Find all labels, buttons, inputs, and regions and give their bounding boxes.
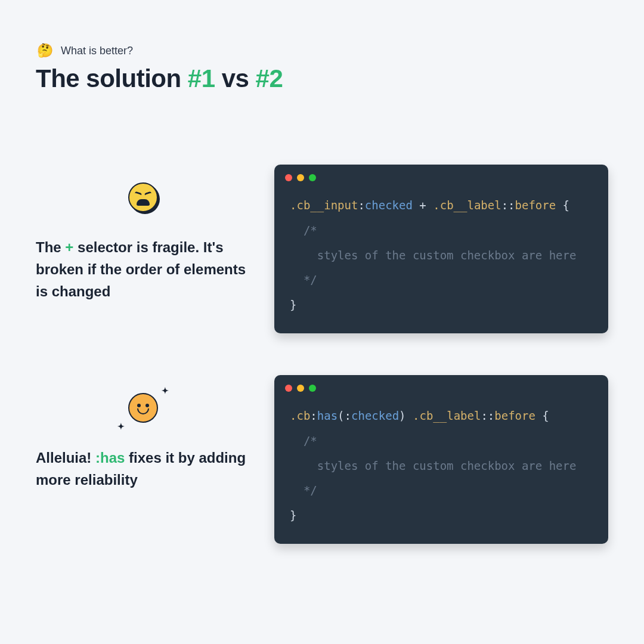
happy-face-icon: ✦ ✦ xyxy=(128,393,158,423)
close-dot-icon xyxy=(285,385,292,392)
window-controls xyxy=(274,165,608,187)
header-lead: 🤔 What is better? xyxy=(36,42,608,60)
row1-desc-pre: The xyxy=(36,239,65,255)
title-num1: #1 xyxy=(188,64,215,92)
weary-face-icon xyxy=(128,182,158,212)
code-block-1: .cb__input:checked + .cb__label::before … xyxy=(274,187,608,320)
title-mid: vs xyxy=(215,64,256,92)
comparison-row-1: The + selector is fragile. It's broken i… xyxy=(36,165,608,333)
thinking-face-icon: 🤔 xyxy=(36,42,54,60)
close-dot-icon xyxy=(285,174,292,181)
zoom-dot-icon xyxy=(309,385,316,392)
sparkle-icon: ✦ xyxy=(162,386,169,395)
row1-desc-accent: + xyxy=(65,239,73,255)
title-pre: The solution xyxy=(36,64,188,92)
row1-text-col: The + selector is fragile. It's broken i… xyxy=(36,165,250,303)
code-window-1: .cb__input:checked + .cb__label::before … xyxy=(274,165,608,333)
code-block-2: .cb:has(:checked) .cb__label::before { /… xyxy=(274,398,608,531)
row2-description: Alleluia! :has fixes it by adding more r… xyxy=(36,447,250,491)
code-window-2: .cb:has(:checked) .cb__label::before { /… xyxy=(274,375,608,544)
page-title: The solution #1 vs #2 xyxy=(36,64,608,93)
row2-desc-pre: Alleluia! xyxy=(36,450,95,466)
row1-description: The + selector is fragile. It's broken i… xyxy=(36,236,250,303)
header-lead-text: What is better? xyxy=(61,45,133,57)
sparkle-icon: ✦ xyxy=(117,422,125,431)
minimize-dot-icon xyxy=(297,385,304,392)
minimize-dot-icon xyxy=(297,174,304,181)
title-num2: #2 xyxy=(256,64,283,92)
window-controls xyxy=(274,375,608,398)
row2-desc-accent: :has xyxy=(95,450,125,466)
comparison-row-2: ✦ ✦ Alleluia! :has fixes it by adding mo… xyxy=(36,375,608,544)
zoom-dot-icon xyxy=(309,174,316,181)
row2-text-col: ✦ ✦ Alleluia! :has fixes it by adding mo… xyxy=(36,375,250,491)
